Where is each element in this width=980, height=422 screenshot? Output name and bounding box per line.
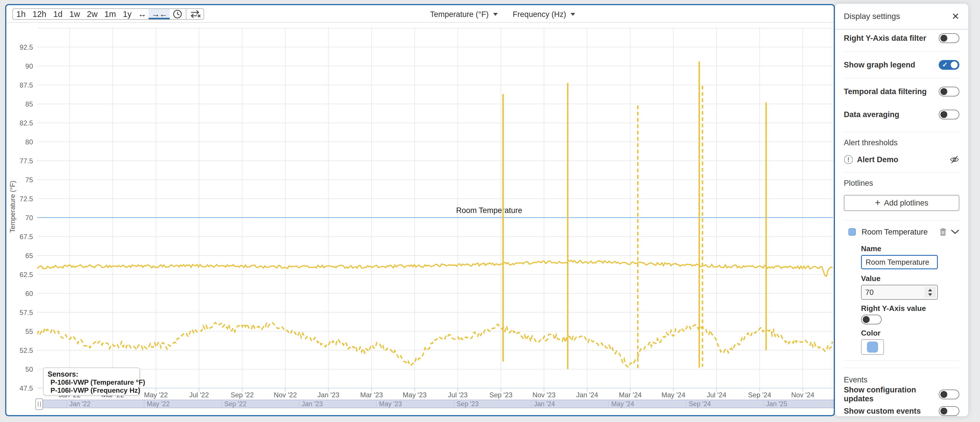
grip-icon [38,401,41,407]
toggle-knob [951,61,958,68]
y-axis-label: 47.5 [19,384,33,392]
x-axis-label: Sep '23 [489,391,513,399]
navigator-label: Sep '24 [689,400,711,408]
x-axis-label: Mar '24 [619,391,642,399]
plotline-name: Room Temperature [862,228,935,237]
plotline-editor: Name Value Right Y-Axis value ✓ Color [844,245,959,355]
alert-row: Alert Demo [844,153,959,166]
y-axis-label: 70 [25,214,33,222]
navigator-separator [376,400,377,408]
x-axis-label: Jan '24 [576,391,598,399]
y-axis-label: 85 [25,100,33,108]
alert-name: Alert Demo [857,155,946,164]
divider [844,172,959,173]
chevron-down-icon [951,229,959,235]
delete-plotline-button[interactable] [939,228,947,236]
y-axis-label: 75 [25,176,33,184]
divider [844,132,959,132]
plotline-row: Room Temperature [844,226,959,238]
show-custom-events-toggle[interactable]: ✓ [939,406,959,416]
toggle-knob [940,35,947,42]
setting-row-show-legend: Show graph legend ✓ [844,58,959,72]
show-configuration-updates-toggle[interactable]: ✓ [939,390,959,399]
y-axis-label: 52.5 [19,347,33,354]
frequency-series-line [37,323,832,368]
y-axis-label: 50 [25,366,33,373]
x-axis-label: Sep '22 [231,391,254,399]
navigator-separator [299,400,299,408]
data-averaging-toggle[interactable]: ✓ [939,110,959,120]
navigator-label: Jan '25 [766,400,787,408]
toggle-knob [940,408,947,414]
panel-header: Display settings ✕ [835,4,968,30]
right-y-axis-filter-toggle[interactable]: ✓ [939,33,959,43]
y-axis-label: 87.5 [19,81,33,89]
setting-row-right-y-axis-filter: Right Y-Axis data filter ✓ [844,31,959,45]
divider [844,220,959,221]
y-axis-label: 57.5 [19,309,33,316]
y-axis-label: 82.5 [19,119,33,127]
setting-row-config-updates: Show configuration updates ✓ [844,388,959,401]
close-icon[interactable]: ✕ [951,12,959,21]
alert-thresholds-heading: Alert thresholds [844,138,959,147]
add-plotlines-button[interactable]: + Add plotlines [844,195,959,211]
navigator-separator [531,400,531,408]
hide-alert-button[interactable] [950,155,959,164]
y-axis-label: 55 [25,328,33,335]
page: 1h12h1d1w2w1m1y ↔ →← [0,0,980,422]
divider [844,51,959,52]
stepper-up-icon[interactable] [928,289,932,291]
x-axis-label: Mar '23 [360,391,383,399]
navigator-label: May '23 [379,400,402,408]
setting-row-data-averaging: Data averaging ✓ [844,108,959,121]
toggle-knob [940,391,947,398]
setting-row-custom-events: Show custom events ✓ [844,404,959,416]
legend-item-temperature[interactable]: P-106I-VWP (Temperature °F) [48,378,135,387]
x-axis-label: May '22 [144,391,168,399]
x-axis-label: Jul '23 [448,391,468,399]
x-axis-label: Nov '22 [274,391,297,399]
y-axis-label: 60 [25,290,33,297]
color-swatch [867,342,878,353]
x-axis-label: May '24 [662,391,685,399]
plus-icon: + [875,198,880,207]
stepper-down-icon[interactable] [928,293,932,296]
panel-title: Display settings [844,12,900,21]
navigator-label: May '22 [147,400,170,408]
divider [844,78,959,78]
alert-octagon-icon [844,155,853,164]
collapse-plotline-button[interactable] [951,229,959,235]
x-axis-label: Jul '22 [189,391,209,399]
navigator-separator [221,400,222,408]
timeseries-chart[interactable]: 47.55052.55557.56062.56567.57072.57577.5… [6,5,834,415]
range-navigator[interactable]: Jan '22May '22Sep '22Jan '23May '23Sep '… [36,400,834,408]
value-label: Value [861,275,959,283]
show-graph-legend-toggle[interactable]: ✓ [939,60,959,70]
x-axis-label: Jan '23 [317,391,339,399]
setting-row-temporal-filtering: Temporal data filtering ✓ [844,85,959,99]
y-axis-label: 72.5 [19,195,33,203]
chart-card: 1h12h1d1w2w1m1y ↔ →← [5,4,835,416]
plotlines-heading: Plotlines [844,179,959,187]
toggle-knob [863,316,870,323]
value-stepper[interactable] [924,287,936,298]
plotline-name-input[interactable] [861,255,938,269]
x-axis-label: May '23 [403,391,426,399]
x-axis-label: Jul '24 [707,391,727,399]
legend-item-frequency[interactable]: P-106I-VWP (Frequency Hz) [48,387,135,395]
toggle-knob [940,111,947,118]
display-settings-panel: Display settings ✕ Right Y-Axis data fil… [835,4,968,416]
navigator-label: Jan '24 [534,400,555,408]
navigator-separator [763,400,764,408]
color-label: Color [861,329,959,337]
x-axis-label: Nov '24 [791,391,814,399]
navigator-label: Jan '23 [302,400,323,408]
eye-slash-icon [950,155,959,164]
legend-title: Sensors: [48,370,135,378]
temporal-data-filtering-toggle[interactable]: ✓ [939,87,959,96]
x-axis-label: Sep '24 [748,391,771,399]
y-axis-title: Temperature (°F) [9,181,16,233]
right-y-axis-value-toggle[interactable]: ✓ [861,315,881,324]
color-picker-button[interactable] [861,339,884,355]
navigator-left-handle[interactable] [35,398,43,410]
